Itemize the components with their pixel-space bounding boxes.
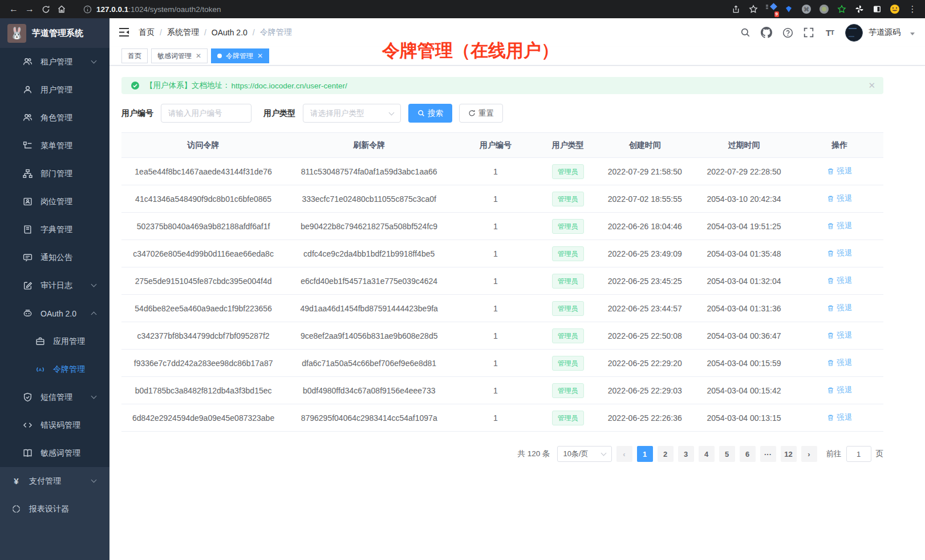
extension-record-icon[interactable] — [817, 2, 831, 16]
sidebar-item-tenant[interactable]: 租户管理 — [0, 48, 109, 76]
force-logout-button[interactable]: 强退 — [827, 166, 852, 176]
tab-close-icon[interactable]: ✕ — [196, 52, 201, 59]
page-size-select[interactable]: 10条/页 — [557, 446, 612, 462]
reset-button[interactable]: 重置 — [459, 104, 503, 123]
page-button-2[interactable]: 2 — [658, 446, 674, 462]
banner-doc-link[interactable]: https://doc.iocoder.cn/user-center/ — [232, 82, 347, 90]
tab-close-icon[interactable]: ✕ — [257, 52, 263, 59]
browser-reload-icon[interactable] — [38, 1, 54, 17]
page-button-1[interactable]: 1 — [637, 446, 653, 462]
user-type-tag: 管理员 — [552, 164, 584, 179]
sidebar-item-user[interactable]: 用户管理 — [0, 76, 109, 104]
breadcrumb: 首页/系统管理/OAuth 2.0/令牌管理 — [139, 27, 292, 38]
page-button-6[interactable]: 6 — [740, 446, 756, 462]
trash-icon — [827, 305, 834, 312]
profile-avatar-emoji[interactable] — [888, 2, 902, 16]
share-icon[interactable] — [729, 2, 743, 16]
extension-pinwheel-icon[interactable] — [853, 2, 866, 16]
help-icon[interactable] — [782, 27, 793, 38]
page-button-4[interactable]: 4 — [699, 446, 715, 462]
github-icon[interactable] — [761, 27, 772, 38]
force-logout-button[interactable]: 强退 — [827, 275, 852, 286]
tab-首页[interactable]: 首页 — [121, 48, 148, 63]
table-row: 54d6be82ee5a460a9aedc1f9bf22365649d1aa46… — [121, 295, 883, 322]
sidebar-item-role[interactable]: 角色管理 — [0, 104, 109, 132]
font-size-icon[interactable]: TT — [824, 27, 835, 38]
force-logout-button[interactable]: 强退 — [827, 385, 852, 395]
force-logout-button[interactable]: 强退 — [827, 248, 852, 258]
breadcrumb-item[interactable]: OAuth 2.0 — [212, 28, 248, 37]
force-logout-button[interactable]: 强退 — [827, 303, 852, 313]
sidebar-item-notice[interactable]: 通知公告 — [0, 244, 109, 271]
sidebar-item-sensitive-word[interactable]: 敏感词管理 — [0, 439, 109, 467]
tab-敏感词管理[interactable]: 敏感词管理✕ — [151, 48, 208, 63]
extension-sidebar-icon[interactable] — [870, 2, 884, 16]
access-token-cell: 275e5de9151045fe87cbdc395e004f4d — [121, 267, 285, 295]
browser-forward-icon[interactable]: → — [22, 1, 38, 17]
sidebar-item-dept[interactable]: 部门管理 — [0, 160, 109, 188]
code-icon — [23, 420, 33, 430]
extension-grid-diamond-icon[interactable]: 9 — [764, 2, 778, 16]
sidebar-item-pay[interactable]: ¥支付管理 — [0, 467, 109, 495]
sidebar-item-sms[interactable]: 短信管理 — [0, 383, 109, 411]
extension-gem-icon[interactable] — [782, 2, 796, 16]
browser-back-icon[interactable]: ← — [6, 1, 22, 17]
breadcrumb-item: 令牌管理 — [260, 27, 292, 38]
tab-令牌管理[interactable]: 令牌管理✕ — [211, 48, 269, 63]
site-info-icon[interactable] — [83, 5, 92, 14]
fullscreen-icon[interactable] — [803, 27, 814, 38]
next-page-button[interactable]: › — [801, 446, 817, 462]
sidebar-item-post[interactable]: 岗位管理 — [0, 188, 109, 216]
force-logout-button[interactable]: 强退 — [827, 358, 852, 368]
sidebar-item-oauth2[interactable]: OAuth 2.0 — [0, 299, 109, 327]
browser-home-icon[interactable] — [54, 1, 70, 17]
banner-close-icon[interactable]: ✕ — [868, 80, 875, 91]
user-menu-caret-icon[interactable] — [910, 33, 915, 35]
user-type-select[interactable]: 请选择用户类型 — [303, 104, 401, 123]
sidebar-item-oauth2-app[interactable]: 应用管理 — [0, 327, 109, 355]
prev-page-button[interactable]: ‹ — [616, 446, 632, 462]
trash-icon — [827, 250, 834, 257]
dict-icon — [23, 225, 33, 234]
sidebar-item-dict[interactable]: 字典管理 — [0, 216, 109, 244]
sidebar-item-menu[interactable]: 菜单管理 — [0, 132, 109, 160]
sidebar-item-audit-log[interactable]: 审计日志 — [0, 271, 109, 299]
tab-label: 敏感词管理 — [157, 51, 192, 61]
trash-icon — [827, 414, 834, 421]
edit-icon — [23, 281, 33, 290]
sidebar-item-oauth2-token[interactable]: A令牌管理 — [0, 355, 109, 383]
sidebar-item-error-code[interactable]: 错误码管理 — [0, 411, 109, 439]
force-logout-button[interactable]: 强退 — [827, 193, 852, 204]
action-cell: 强退 — [796, 350, 883, 377]
user-name[interactable]: 芋道源码 — [869, 27, 900, 38]
force-logout-button[interactable]: 强退 — [827, 330, 852, 340]
sidebar-item-report-designer[interactable]: 报表设计器 — [0, 495, 109, 523]
tab-label: 首页 — [128, 51, 141, 61]
action-cell: 强退 — [796, 322, 883, 350]
user-id-input[interactable] — [161, 104, 251, 123]
browser-menu-icon[interactable]: ⋮ — [906, 2, 919, 16]
goto-page-input[interactable] — [846, 446, 871, 462]
url-bar[interactable]: 127.0.0.1:1024/system/oauth2/token — [75, 1, 722, 17]
access-token-cell: f9336e7c7dd242a283ee98dc86b17a87 — [121, 350, 285, 377]
breadcrumb-item[interactable]: 首页 — [139, 27, 155, 38]
sidebar-fold-icon[interactable] — [118, 26, 131, 39]
expire-time-cell: 2054-03-10 20:42:34 — [692, 185, 796, 213]
extension-green-star-icon[interactable] — [835, 2, 849, 16]
table-row: 41c41346a548490f9dc8b01c6bfe0865333ecfc7… — [121, 185, 883, 213]
force-logout-button[interactable]: 强退 — [827, 412, 852, 423]
search-button[interactable]: 搜索 — [408, 104, 452, 123]
breadcrumb-item[interactable]: 系统管理 — [167, 27, 199, 38]
page-ellipsis-button[interactable]: ··· — [760, 446, 776, 462]
chevron-down-icon — [91, 477, 97, 483]
user-avatar[interactable] — [845, 24, 863, 42]
app-logo[interactable]: 🐰 芋道管理系统 — [0, 18, 109, 48]
extension-command-icon[interactable]: ⌘ — [800, 2, 813, 16]
trash-icon — [827, 359, 834, 367]
page-button-5[interactable]: 5 — [719, 446, 735, 462]
search-icon[interactable] — [740, 27, 751, 38]
page-button-3[interactable]: 3 — [678, 446, 694, 462]
page-button-12[interactable]: 12 — [781, 446, 797, 462]
force-logout-button[interactable]: 强退 — [827, 221, 852, 231]
bookmark-star-icon[interactable] — [747, 2, 760, 16]
